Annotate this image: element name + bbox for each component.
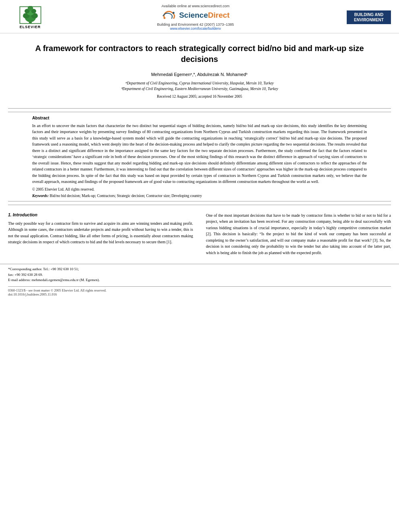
sciencedirect-logo: ScienceDirect xyxy=(161,10,230,21)
intro-col-right-text: One of the most important decisions that… xyxy=(206,212,391,256)
sciencedirect-icon xyxy=(161,10,177,21)
elsevier-label: ELSEVIER xyxy=(20,25,41,29)
affiliation-b: ᵇDepartment of Civil Engineering, Easter… xyxy=(24,86,375,92)
keywords-text: Bid/no bid decision; Mark-up; Contractor… xyxy=(50,194,202,198)
body-section: 1. Introduction The only possible way fo… xyxy=(0,208,399,260)
copyright: © 2005 Elsevier Ltd. All rights reserved… xyxy=(32,187,367,191)
keywords-label: Keywords: xyxy=(32,194,49,198)
affiliations: ᵃDepartment of Civil Engineering, Cyprus… xyxy=(24,80,375,92)
received-dates: Received 12 August 2005; accepted 16 Nov… xyxy=(24,94,375,99)
header-right: BUILDING AND ENVIRONMENT xyxy=(339,10,391,24)
available-online-text: Available online at www.sciencedirect.co… xyxy=(162,4,230,8)
svg-point-9 xyxy=(164,17,166,19)
header-center: Available online at www.sciencedirect.co… xyxy=(52,4,339,31)
divider2 xyxy=(8,205,391,205)
header: ELSEVIER Available online at www.science… xyxy=(0,0,399,33)
elsevier-logo: ELSEVIER xyxy=(8,6,52,29)
header-left: ELSEVIER xyxy=(8,6,52,29)
building-env-badge: BUILDING AND ENVIRONMENT xyxy=(347,10,391,24)
col-left: 1. Introduction The only possible way fo… xyxy=(8,212,196,256)
authors: Mehmedali Egemenᵃ,*, Abdulrezak N. Moham… xyxy=(24,72,375,77)
elsevier-tree-icon xyxy=(19,6,41,24)
footnotes-section: *Corresponding author. Tel.: +90 392 630… xyxy=(0,264,399,299)
introduction-heading: 1. Introduction xyxy=(8,212,193,217)
footer-doi: doi:10.1016/j.buildenv.2005.11.016 xyxy=(8,292,391,296)
intro-col-left-text: The only possible way for a contractor f… xyxy=(8,220,193,245)
journal-url[interactable]: www.elsevier.com/locate/buildenv xyxy=(170,27,221,31)
abstract-text: In an effort to uncover the main factors… xyxy=(32,123,367,185)
keywords: Keywords: Bid/no bid decision; Mark-up; … xyxy=(32,194,367,198)
sciencedirect-text: ScienceDirect xyxy=(179,11,230,20)
title-section: A framework for contractors to reach str… xyxy=(0,33,399,105)
affiliation-a: ᵃDepartment of Civil Engineering, Cyprus… xyxy=(24,80,375,86)
abstract-section: Abstract In an effort to uncover the mai… xyxy=(8,112,391,201)
footnote-email: E-mail address: mehmedali.egemen@emu.edu… xyxy=(8,277,391,283)
divider xyxy=(8,108,391,109)
article-title: A framework for contractors to reach str… xyxy=(24,43,375,65)
svg-point-10 xyxy=(173,12,175,14)
footnote-corresponding: *Corresponding author. Tel.: +90 392 630… xyxy=(8,267,391,272)
page: ELSEVIER Available online at www.science… xyxy=(0,0,399,532)
footer-issn: 0360-1323/$ - see front matter © 2005 El… xyxy=(8,288,391,292)
footer-bar: 0360-1323/$ - see front matter © 2005 El… xyxy=(8,286,391,296)
abstract-title: Abstract xyxy=(32,115,367,120)
footnote-fax: fax: +90 392 630 28 69. xyxy=(8,272,391,278)
col-right: One of the most important decisions that… xyxy=(203,212,391,256)
journal-info: Building and Environment 42 (2007) 1373–… xyxy=(157,23,234,27)
